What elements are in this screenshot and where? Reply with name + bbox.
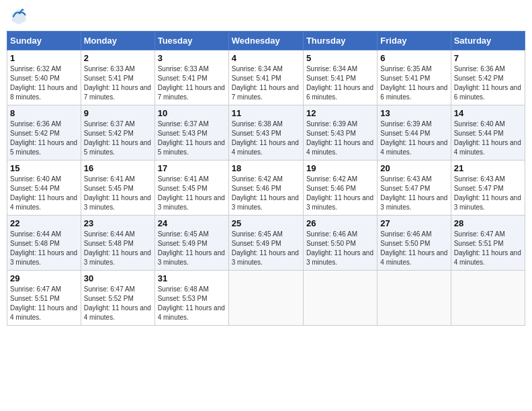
day-number: 12	[306, 108, 374, 118]
calendar-week-row: 15 Sunrise: 6:40 AM Sunset: 5:44 PM Dayl…	[7, 161, 525, 216]
day-number: 4	[232, 53, 300, 63]
day-number: 23	[84, 218, 152, 228]
calendar-cell: 20 Sunrise: 6:43 AM Sunset: 5:47 PM Dayl…	[378, 161, 451, 216]
day-number: 31	[158, 273, 226, 283]
calendar-cell: 31 Sunrise: 6:48 AM Sunset: 5:53 PM Dayl…	[154, 271, 228, 326]
day-info: Sunrise: 6:39 AM Sunset: 5:43 PM Dayligh…	[306, 120, 374, 157]
calendar-cell: 25 Sunrise: 6:45 AM Sunset: 5:49 PM Dayl…	[228, 216, 303, 271]
day-number: 19	[306, 163, 374, 173]
day-number: 16	[84, 163, 152, 173]
calendar-cell: 1 Sunrise: 6:32 AM Sunset: 5:40 PM Dayli…	[7, 50, 81, 105]
day-info: Sunrise: 6:42 AM Sunset: 5:46 PM Dayligh…	[232, 175, 300, 212]
day-info: Sunrise: 6:35 AM Sunset: 5:41 PM Dayligh…	[380, 64, 447, 102]
day-number: 15	[10, 163, 78, 173]
day-number: 26	[306, 218, 374, 228]
day-info: Sunrise: 6:39 AM Sunset: 5:44 PM Dayligh…	[380, 120, 447, 157]
day-info: Sunrise: 6:32 AM Sunset: 5:40 PM Dayligh…	[10, 64, 78, 102]
calendar-cell: 5 Sunrise: 6:34 AM Sunset: 5:41 PM Dayli…	[303, 50, 377, 105]
day-info: Sunrise: 6:33 AM Sunset: 5:41 PM Dayligh…	[84, 64, 152, 102]
day-number: 8	[10, 108, 78, 118]
calendar-week-row: 22 Sunrise: 6:44 AM Sunset: 5:48 PM Dayl…	[7, 216, 525, 271]
day-number: 20	[380, 163, 447, 173]
column-header-friday: Friday	[378, 32, 451, 50]
calendar-cell: 22 Sunrise: 6:44 AM Sunset: 5:48 PM Dayl…	[7, 216, 81, 271]
day-info: Sunrise: 6:34 AM Sunset: 5:41 PM Dayligh…	[232, 64, 300, 102]
day-number: 27	[380, 218, 447, 228]
calendar-cell	[378, 271, 451, 326]
day-number: 28	[454, 218, 522, 228]
calendar-cell: 17 Sunrise: 6:41 AM Sunset: 5:45 PM Dayl…	[154, 161, 228, 216]
calendar-cell: 11 Sunrise: 6:38 AM Sunset: 5:43 PM Dayl…	[228, 105, 303, 161]
calendar-cell: 15 Sunrise: 6:40 AM Sunset: 5:44 PM Dayl…	[7, 161, 81, 216]
column-header-sunday: Sunday	[7, 32, 81, 50]
day-number: 24	[158, 218, 226, 228]
day-number: 9	[84, 108, 152, 118]
day-number: 29	[10, 273, 78, 283]
calendar-cell: 23 Sunrise: 6:44 AM Sunset: 5:48 PM Dayl…	[81, 216, 154, 271]
calendar-week-row: 8 Sunrise: 6:36 AM Sunset: 5:42 PM Dayli…	[7, 105, 525, 161]
day-number: 17	[158, 163, 226, 173]
calendar-cell: 4 Sunrise: 6:34 AM Sunset: 5:41 PM Dayli…	[228, 50, 303, 105]
day-number: 11	[232, 108, 300, 118]
day-number: 25	[232, 218, 300, 228]
day-number: 10	[158, 108, 226, 118]
calendar-cell: 3 Sunrise: 6:33 AM Sunset: 5:41 PM Dayli…	[154, 50, 228, 105]
calendar-cell	[451, 271, 525, 326]
calendar-cell: 16 Sunrise: 6:41 AM Sunset: 5:45 PM Dayl…	[81, 161, 154, 216]
day-info: Sunrise: 6:45 AM Sunset: 5:49 PM Dayligh…	[232, 230, 300, 267]
column-header-thursday: Thursday	[303, 32, 377, 50]
day-info: Sunrise: 6:46 AM Sunset: 5:50 PM Dayligh…	[306, 230, 374, 267]
day-info: Sunrise: 6:37 AM Sunset: 5:42 PM Dayligh…	[84, 120, 152, 157]
day-info: Sunrise: 6:33 AM Sunset: 5:41 PM Dayligh…	[158, 64, 226, 102]
day-number: 5	[306, 53, 374, 63]
day-info: Sunrise: 6:47 AM Sunset: 5:51 PM Dayligh…	[454, 230, 522, 267]
day-number: 14	[454, 108, 522, 118]
column-header-wednesday: Wednesday	[228, 32, 303, 50]
calendar-cell: 12 Sunrise: 6:39 AM Sunset: 5:43 PM Dayl…	[303, 105, 377, 161]
day-info: Sunrise: 6:43 AM Sunset: 5:47 PM Dayligh…	[454, 175, 522, 212]
calendar-table: SundayMondayTuesdayWednesdayThursdayFrid…	[7, 31, 525, 326]
calendar-cell: 21 Sunrise: 6:43 AM Sunset: 5:47 PM Dayl…	[451, 161, 525, 216]
calendar-cell: 10 Sunrise: 6:37 AM Sunset: 5:43 PM Dayl…	[154, 105, 228, 161]
calendar-cell: 6 Sunrise: 6:35 AM Sunset: 5:41 PM Dayli…	[378, 50, 451, 105]
day-number: 2	[84, 53, 152, 63]
day-info: Sunrise: 6:43 AM Sunset: 5:47 PM Dayligh…	[380, 175, 447, 212]
day-info: Sunrise: 6:44 AM Sunset: 5:48 PM Dayligh…	[84, 230, 152, 267]
day-info: Sunrise: 6:40 AM Sunset: 5:44 PM Dayligh…	[10, 175, 78, 212]
day-info: Sunrise: 6:37 AM Sunset: 5:43 PM Dayligh…	[158, 120, 226, 157]
day-info: Sunrise: 6:41 AM Sunset: 5:45 PM Dayligh…	[84, 175, 152, 212]
logo-icon	[9, 7, 28, 26]
day-number: 13	[380, 108, 447, 118]
page-header	[7, 7, 525, 26]
day-number: 7	[454, 53, 522, 63]
day-info: Sunrise: 6:44 AM Sunset: 5:48 PM Dayligh…	[10, 230, 78, 267]
day-number: 6	[380, 53, 447, 63]
calendar-cell: 30 Sunrise: 6:47 AM Sunset: 5:52 PM Dayl…	[81, 271, 154, 326]
column-header-monday: Monday	[81, 32, 154, 50]
calendar-cell: 18 Sunrise: 6:42 AM Sunset: 5:46 PM Dayl…	[228, 161, 303, 216]
day-info: Sunrise: 6:40 AM Sunset: 5:44 PM Dayligh…	[454, 120, 522, 157]
calendar-cell: 19 Sunrise: 6:42 AM Sunset: 5:46 PM Dayl…	[303, 161, 377, 216]
day-info: Sunrise: 6:46 AM Sunset: 5:50 PM Dayligh…	[380, 230, 447, 267]
calendar-header-row: SundayMondayTuesdayWednesdayThursdayFrid…	[7, 32, 525, 50]
column-header-tuesday: Tuesday	[154, 32, 228, 50]
day-info: Sunrise: 6:47 AM Sunset: 5:51 PM Dayligh…	[10, 285, 78, 322]
calendar-cell: 8 Sunrise: 6:36 AM Sunset: 5:42 PM Dayli…	[7, 105, 81, 161]
calendar-week-row: 29 Sunrise: 6:47 AM Sunset: 5:51 PM Dayl…	[7, 271, 525, 326]
day-number: 1	[10, 53, 78, 63]
calendar-cell: 27 Sunrise: 6:46 AM Sunset: 5:50 PM Dayl…	[378, 216, 451, 271]
calendar-week-row: 1 Sunrise: 6:32 AM Sunset: 5:40 PM Dayli…	[7, 50, 525, 105]
day-number: 30	[84, 273, 152, 283]
day-info: Sunrise: 6:38 AM Sunset: 5:43 PM Dayligh…	[232, 120, 300, 157]
day-info: Sunrise: 6:41 AM Sunset: 5:45 PM Dayligh…	[158, 175, 226, 212]
calendar-cell	[303, 271, 377, 326]
day-info: Sunrise: 6:34 AM Sunset: 5:41 PM Dayligh…	[306, 64, 374, 102]
day-info: Sunrise: 6:48 AM Sunset: 5:53 PM Dayligh…	[158, 285, 226, 322]
column-header-saturday: Saturday	[451, 32, 525, 50]
day-info: Sunrise: 6:36 AM Sunset: 5:42 PM Dayligh…	[454, 64, 522, 102]
day-info: Sunrise: 6:45 AM Sunset: 5:49 PM Dayligh…	[158, 230, 226, 267]
calendar-cell	[228, 271, 303, 326]
day-number: 22	[10, 218, 78, 228]
day-info: Sunrise: 6:36 AM Sunset: 5:42 PM Dayligh…	[10, 120, 78, 157]
calendar-cell: 9 Sunrise: 6:37 AM Sunset: 5:42 PM Dayli…	[81, 105, 154, 161]
